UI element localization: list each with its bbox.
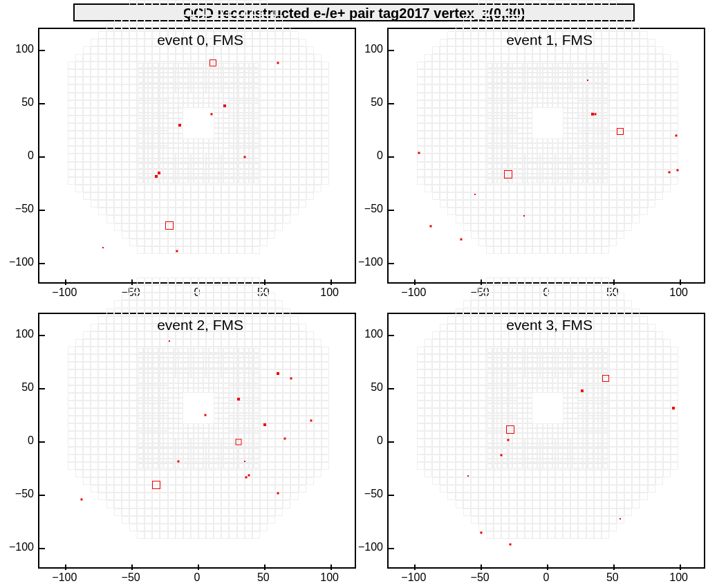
detector-grid	[39, 29, 355, 282]
x-tick-label: −100	[52, 571, 77, 584]
hit-marker	[620, 518, 621, 520]
y-tick-label: −50	[364, 203, 383, 215]
hit-marker	[235, 439, 241, 445]
x-tick-label: 100	[669, 571, 688, 584]
y-tick-label: −100	[9, 541, 34, 553]
x-tick-label: −100	[401, 286, 426, 299]
panel-3: event 3, FMS−100−100−50−50005050100100	[387, 313, 705, 569]
hit-marker	[211, 113, 213, 116]
x-tick-label: 50	[257, 571, 270, 584]
y-tick-label: 50	[371, 381, 383, 394]
x-tick-label: 0	[543, 571, 550, 584]
hit-marker	[467, 475, 469, 477]
hit-marker	[587, 80, 588, 81]
hit-marker	[102, 247, 104, 248]
hit-marker	[244, 461, 245, 462]
y-tick-label: −100	[9, 256, 34, 268]
x-tick-label: 100	[320, 286, 339, 299]
hit-marker	[675, 135, 677, 137]
y-tick-label: 50	[371, 96, 383, 109]
hit-marker	[176, 250, 178, 252]
panel-0: event 0, FMS−100−100−50−50005050100100	[38, 28, 356, 284]
hit-marker	[506, 425, 514, 434]
hit-marker	[500, 454, 502, 456]
hit-marker	[277, 493, 279, 495]
hit-marker	[178, 124, 181, 127]
plot-area: event 3, FMS	[387, 313, 705, 569]
x-tick-label: 0	[194, 571, 201, 584]
hit-marker	[676, 169, 678, 171]
panel-2: event 2, FMS−100−100−50−50005050100100	[38, 313, 356, 569]
hit-marker	[602, 375, 609, 382]
hit-marker	[283, 438, 286, 440]
x-tick-label: 100	[669, 286, 688, 299]
hit-marker	[81, 499, 83, 501]
hit-marker	[209, 59, 216, 66]
figure: QCD reconstructed e-/e+ pair tag2017 ver…	[0, 0, 708, 588]
x-tick-label: −50	[471, 571, 490, 584]
panel-subtitle: event 0, FMS	[157, 32, 243, 48]
panel-1: event 1, FMS−100−100−50−50005050100100	[387, 28, 705, 284]
hit-marker	[244, 156, 246, 158]
hit-marker	[277, 62, 279, 64]
y-tick-label: 0	[377, 434, 383, 447]
y-tick-label: 0	[28, 149, 34, 162]
hit-marker	[155, 175, 158, 178]
hit-marker	[152, 481, 160, 489]
hit-marker	[507, 439, 509, 441]
hit-marker	[310, 420, 312, 422]
x-tick-label: −50	[122, 571, 140, 584]
detector-grid	[389, 314, 704, 567]
y-tick-label: 0	[28, 434, 34, 447]
plot-area: event 0, FMS	[38, 28, 356, 284]
detector-grid	[39, 314, 355, 567]
hit-marker	[430, 226, 432, 228]
y-tick-label: 100	[364, 43, 383, 55]
hit-marker	[672, 407, 675, 410]
hit-marker	[510, 544, 512, 546]
hit-marker	[581, 389, 584, 392]
hit-marker	[178, 460, 180, 462]
hit-marker	[290, 377, 292, 379]
hit-marker	[223, 104, 226, 107]
hit-marker	[204, 414, 206, 416]
x-tick-label: −100	[52, 286, 77, 299]
hit-marker	[481, 532, 483, 534]
hit-marker	[165, 221, 174, 230]
hit-marker	[595, 113, 597, 116]
y-tick-label: −50	[15, 203, 34, 215]
hit-marker	[263, 423, 266, 426]
y-tick-label: 50	[21, 381, 34, 394]
hit-marker	[523, 215, 525, 217]
panel-subtitle: event 1, FMS	[506, 32, 593, 48]
hit-marker	[504, 170, 512, 178]
hit-marker	[418, 151, 420, 154]
hit-marker	[169, 340, 170, 342]
hit-marker	[237, 398, 240, 401]
y-tick-label: −100	[358, 256, 383, 268]
detector-grid	[389, 29, 704, 282]
hit-marker	[669, 171, 671, 173]
panel-subtitle: event 2, FMS	[157, 317, 243, 333]
x-tick-label: −100	[401, 571, 426, 584]
y-tick-label: −50	[364, 488, 383, 500]
hit-marker	[460, 238, 463, 240]
y-tick-label: 100	[15, 43, 34, 55]
y-tick-label: −50	[15, 488, 34, 500]
y-tick-label: 100	[364, 328, 383, 340]
hit-marker	[474, 194, 476, 195]
y-tick-label: 0	[377, 149, 383, 162]
x-tick-label: 100	[320, 571, 339, 584]
hit-marker	[245, 476, 248, 478]
hit-marker	[248, 474, 250, 476]
x-tick-label: 50	[606, 571, 619, 584]
y-tick-label: 100	[15, 328, 34, 340]
y-tick-label: 50	[21, 96, 34, 109]
hit-marker	[617, 128, 624, 135]
panel-subtitle: event 3, FMS	[506, 317, 593, 333]
hit-marker	[158, 172, 160, 174]
plot-area: event 1, FMS	[387, 28, 705, 284]
y-tick-label: −100	[358, 541, 383, 553]
plot-area: event 2, FMS	[38, 313, 356, 569]
hit-marker	[277, 372, 279, 375]
